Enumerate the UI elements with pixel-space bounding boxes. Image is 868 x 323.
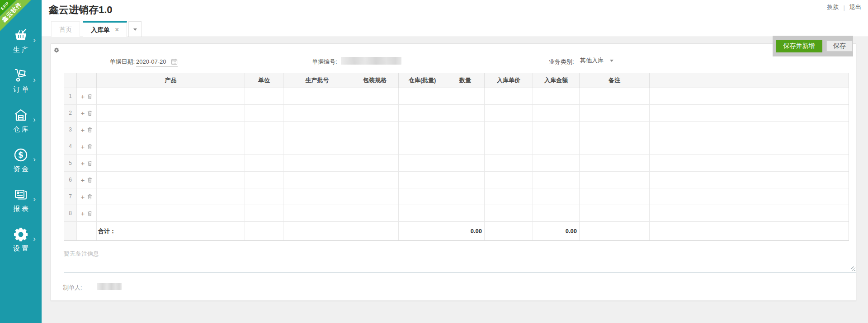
cell-remark[interactable] — [580, 105, 650, 122]
cell-batch-no[interactable] — [283, 188, 351, 205]
cell-warehouse[interactable] — [399, 172, 446, 188]
cell-unit[interactable] — [245, 122, 283, 138]
cell-amount[interactable] — [533, 205, 580, 222]
cell-product[interactable] — [97, 138, 245, 155]
cell-unit-price[interactable] — [485, 205, 533, 222]
cell-product[interactable] — [97, 88, 245, 105]
cell-batch-no[interactable] — [283, 105, 351, 122]
add-row-icon[interactable]: + — [81, 160, 85, 167]
delete-row-icon[interactable] — [87, 94, 92, 99]
cell-pack-spec[interactable] — [351, 172, 399, 188]
add-row-icon[interactable]: + — [81, 110, 85, 117]
cell-product[interactable] — [97, 188, 245, 205]
cell-pack-spec[interactable] — [351, 205, 399, 222]
cell-pack-spec[interactable] — [351, 88, 399, 105]
delete-row-icon[interactable] — [87, 127, 92, 133]
cell-remark[interactable] — [580, 205, 650, 222]
cell-batch-no[interactable] — [283, 155, 351, 172]
sidebar-item-报表[interactable]: 报表 › — [0, 180, 42, 220]
add-row-icon[interactable]: + — [81, 126, 85, 133]
cell-product[interactable] — [97, 155, 245, 172]
cell-quantity[interactable] — [446, 188, 485, 205]
cell-remark[interactable] — [580, 172, 650, 188]
add-row-icon[interactable]: + — [81, 93, 85, 100]
cell-unit-price[interactable] — [485, 138, 533, 155]
panel-gear-icon[interactable] — [54, 47, 59, 52]
cell-warehouse[interactable] — [399, 155, 446, 172]
resize-grip-icon[interactable] — [851, 267, 855, 271]
cell-remark[interactable] — [580, 88, 650, 105]
delete-row-icon[interactable] — [87, 160, 92, 166]
cell-unit-price[interactable] — [485, 188, 533, 205]
tab-home[interactable]: 首页 — [51, 21, 80, 37]
cell-remark[interactable] — [580, 138, 650, 155]
cell-warehouse[interactable] — [399, 105, 446, 122]
cell-product[interactable] — [97, 122, 245, 138]
cell-amount[interactable] — [533, 172, 580, 188]
cell-warehouse[interactable] — [399, 205, 446, 222]
cell-quantity[interactable] — [446, 172, 485, 188]
cell-pack-spec[interactable] — [351, 105, 399, 122]
sidebar-item-设置[interactable]: 设置 › — [0, 220, 42, 259]
save-button[interactable]: 保存 — [826, 41, 853, 51]
calendar-icon[interactable] — [171, 58, 178, 65]
cell-unit[interactable] — [245, 188, 283, 205]
cell-pack-spec[interactable] — [351, 122, 399, 138]
close-tab-icon[interactable]: × — [115, 26, 119, 33]
cell-pack-spec[interactable] — [351, 188, 399, 205]
cell-unit[interactable] — [245, 172, 283, 188]
save-and-new-button[interactable]: 保存并新增 — [776, 40, 822, 52]
cell-unit[interactable] — [245, 138, 283, 155]
delete-row-icon[interactable] — [87, 194, 92, 200]
cell-unit-price[interactable] — [485, 88, 533, 105]
cell-unit-price[interactable] — [485, 172, 533, 188]
cell-warehouse[interactable] — [399, 122, 446, 138]
sidebar-item-资金[interactable]: $ 资金 › — [0, 140, 42, 180]
cell-quantity[interactable] — [446, 122, 485, 138]
cell-remark[interactable] — [580, 122, 650, 138]
add-row-icon[interactable]: + — [81, 210, 85, 217]
tab-overflow-button[interactable] — [128, 21, 142, 37]
cell-pack-spec[interactable] — [351, 155, 399, 172]
cell-quantity[interactable] — [446, 138, 485, 155]
cell-amount[interactable] — [533, 105, 580, 122]
add-row-icon[interactable]: + — [81, 193, 85, 200]
cell-amount[interactable] — [533, 155, 580, 172]
cell-remark[interactable] — [580, 188, 650, 205]
cell-quantity[interactable] — [446, 155, 485, 172]
cell-warehouse[interactable] — [399, 88, 446, 105]
sidebar-item-仓库[interactable]: 仓库 › — [0, 100, 42, 140]
cell-product[interactable] — [97, 205, 245, 222]
cell-amount[interactable] — [533, 88, 580, 105]
business-type-select[interactable]: 其他入库 — [580, 56, 613, 65]
cell-unit-price[interactable] — [485, 122, 533, 138]
cell-amount[interactable] — [533, 122, 580, 138]
cell-quantity[interactable] — [446, 205, 485, 222]
cell-quantity[interactable] — [446, 88, 485, 105]
delete-row-icon[interactable] — [87, 110, 92, 116]
logout-link[interactable]: 退出 — [849, 3, 861, 11]
cell-amount[interactable] — [533, 138, 580, 155]
cell-unit[interactable] — [245, 105, 283, 122]
cell-batch-no[interactable] — [283, 122, 351, 138]
cell-product[interactable] — [97, 105, 245, 122]
cell-unit[interactable] — [245, 155, 283, 172]
delete-row-icon[interactable] — [87, 177, 92, 183]
cell-pack-spec[interactable] — [351, 138, 399, 155]
cell-quantity[interactable] — [446, 105, 485, 122]
delete-row-icon[interactable] — [87, 211, 92, 216]
cell-batch-no[interactable] — [283, 172, 351, 188]
cell-batch-no[interactable] — [283, 138, 351, 155]
remarks-textarea[interactable]: 暂无备注信息 — [64, 247, 856, 273]
cell-batch-no[interactable] — [283, 205, 351, 222]
cell-unit[interactable] — [245, 205, 283, 222]
cell-warehouse[interactable] — [399, 138, 446, 155]
doc-date-field[interactable]: 2020-07-20 — [136, 56, 178, 67]
cell-unit[interactable] — [245, 88, 283, 105]
cell-warehouse[interactable] — [399, 188, 446, 205]
cell-amount[interactable] — [533, 188, 580, 205]
cell-unit-price[interactable] — [485, 105, 533, 122]
cell-product[interactable] — [97, 172, 245, 188]
tab-inbound-order[interactable]: 入库单 × — [83, 21, 127, 37]
cell-remark[interactable] — [580, 155, 650, 172]
